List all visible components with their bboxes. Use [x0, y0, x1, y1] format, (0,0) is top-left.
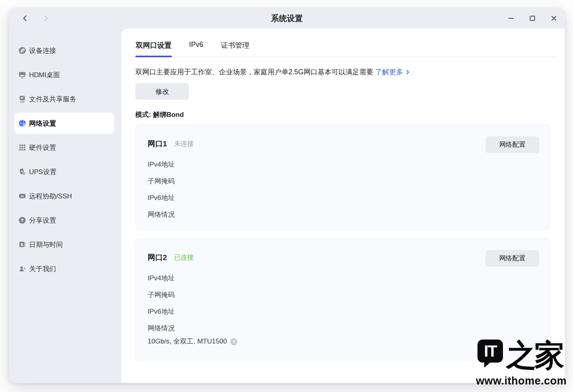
port-1-status: 未连接 [174, 140, 194, 148]
monitor-icon [18, 71, 26, 79]
field-label-ipv6: IPv6地址 [148, 194, 539, 202]
sidebar-item-hardware-settings[interactable]: 硬件设置 [14, 137, 114, 158]
port-card-1: 网口1 未连接 网络配置 IPv4地址 子网掩码 IPv6地址 网络情况 [135, 124, 550, 230]
ithome-url: www.ithome.com [476, 375, 567, 387]
tab-bar: 双网口设置 IPv6 证书管理 [135, 41, 556, 57]
port-2-status: 已连接 [174, 253, 194, 262]
sidebar-item-share-settings[interactable]: 分享设置 [14, 210, 114, 231]
tab-label: 证书管理 [221, 41, 249, 49]
window-controls [506, 8, 559, 29]
svg-text:A: A [20, 243, 23, 247]
sidebar-item-label: 关于我们 [29, 264, 56, 274]
sidebar-item-label: HDMI桌面 [29, 70, 60, 80]
tab-label: IPv6 [189, 41, 203, 49]
remote-icon [18, 192, 26, 200]
tab-certificate-management[interactable]: 证书管理 [220, 41, 250, 56]
port-1-header: 网口1 未连接 [148, 136, 539, 152]
sidebar-item-label: 远程协助/SSH [29, 192, 72, 201]
share-icon [18, 216, 26, 224]
field-label-subnet-mask: 子网掩码 [148, 177, 539, 186]
sidebar-item-device-connect[interactable]: 设备连接 [14, 40, 114, 61]
zhijia-logo-text: 之家 [506, 340, 563, 371]
sidebar-item-file-share[interactable]: 文件及共享服务 [14, 88, 114, 110]
page-title: 系统设置 [9, 8, 565, 29]
it-logo-text: IT [484, 342, 497, 360]
port-2-name: 网口2 [148, 252, 167, 263]
titlebar: 系统设置 [9, 8, 565, 29]
close-icon[interactable] [549, 14, 559, 23]
field-label-ipv4: IPv4地址 [148, 160, 539, 169]
link-icon [18, 47, 26, 54]
port-2-header: 网口2 已连接 [148, 249, 539, 266]
description-body: 双网口主要应用于工作室、企业场景，家庭用户单2.5G网口基本可以满足需要 [135, 68, 373, 76]
settings-window: 系统设置 设备连接 HDMI桌面 [9, 8, 565, 383]
grid-icon [18, 144, 26, 151]
sidebar-item-label: 文件及共享服务 [29, 95, 76, 104]
ithome-watermark: IT 之家 www.ithome.com [476, 340, 567, 387]
sidebar: 设备连接 HDMI桌面 文件及共享服务 网络设置 硬件设置 [9, 29, 121, 383]
field-label-subnet-mask: 子网掩码 [148, 291, 539, 299]
chevron-right-icon [405, 70, 410, 75]
sidebar-item-label: 网络设置 [29, 119, 56, 128]
tab-label: 双网口设置 [136, 41, 172, 49]
port-2-network-config-button[interactable]: 网络配置 [485, 250, 539, 267]
nav-arrows [21, 8, 50, 29]
globe-icon [18, 119, 26, 127]
maximize-icon[interactable] [528, 14, 537, 23]
tab-dual-port-settings[interactable]: 双网口设置 [135, 41, 172, 56]
file-share-icon [18, 95, 26, 103]
learn-more-label: 了解更多 [375, 68, 403, 76]
field-label-network-status: 网络情况 [148, 210, 539, 219]
ithome-logo: IT 之家 [477, 340, 567, 371]
person-icon [18, 265, 26, 273]
sidebar-item-ups-settings[interactable]: UPS设置 [14, 161, 114, 182]
sidebar-item-about-us[interactable]: 关于我们 [14, 258, 114, 279]
field-label-network-status: 网络情况 [148, 324, 539, 333]
sidebar-item-date-time[interactable]: A 日期与时间 [14, 234, 114, 255]
tab-ipv6[interactable]: IPv6 [189, 41, 204, 56]
sidebar-item-network-settings[interactable]: 网络设置 [14, 113, 114, 134]
field-label-ipv6: IPv6地址 [148, 307, 539, 316]
sidebar-item-hdmi-desktop[interactable]: HDMI桌面 [14, 64, 114, 85]
learn-more-link[interactable]: 了解更多 [375, 68, 410, 76]
modify-button[interactable]: 修改 [135, 83, 189, 100]
sidebar-item-label: 设备连接 [29, 46, 56, 55]
ups-icon [18, 168, 26, 176]
description-text: 双网口主要应用于工作室、企业场景，家庭用户单2.5G网口基本可以满足需要 了解更… [135, 67, 550, 77]
mode-text: 模式: 解绑Bond [135, 110, 565, 119]
help-icon[interactable]: ? [230, 338, 238, 345]
sidebar-item-remote-ssh[interactable]: 远程协助/SSH [14, 185, 114, 207]
network-detail-value: 10Gb/s, 全双工, MTU1500 [148, 337, 227, 346]
it-logo-bubble: IT [477, 340, 503, 363]
forward-arrow-icon[interactable] [41, 14, 50, 23]
svg-text:?: ? [232, 339, 235, 344]
field-label-ipv4: IPv4地址 [148, 274, 539, 283]
active-tab-underline [135, 56, 172, 57]
sidebar-item-label: UPS设置 [29, 167, 57, 177]
main-content: 双网口设置 IPv6 证书管理 双网口主要应用于工作室、企业场景，家庭用户单2.… [121, 29, 565, 383]
sidebar-item-label: 硬件设置 [29, 143, 56, 152]
sidebar-item-label: 分享设置 [29, 216, 56, 225]
calendar-icon: A [18, 241, 26, 248]
sidebar-item-label: 日期与时间 [29, 240, 63, 249]
minimize-icon[interactable] [506, 14, 516, 23]
port-1-name: 网口1 [148, 139, 167, 149]
back-arrow-icon[interactable] [21, 14, 29, 23]
port-1-network-config-button[interactable]: 网络配置 [485, 136, 539, 153]
